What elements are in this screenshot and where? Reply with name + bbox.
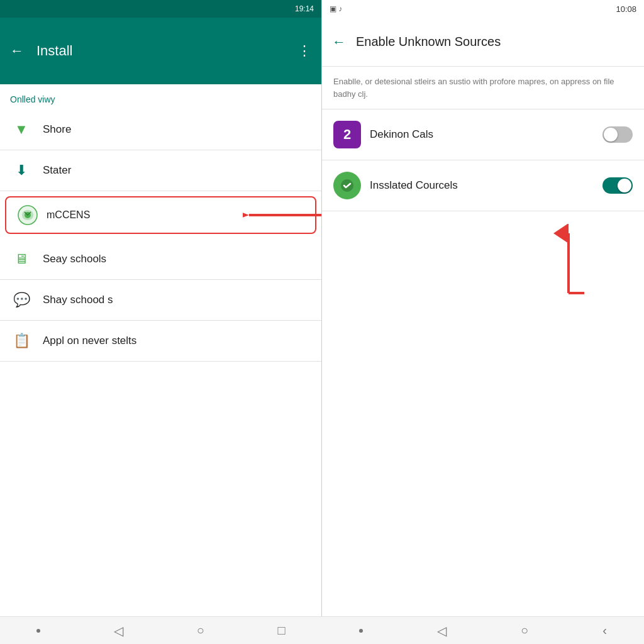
bottom-navigation: ◁ ○ □ ◁ ○ ‹ [0, 616, 644, 644]
right-nav-dot [359, 629, 363, 633]
right-page-title: Enable Unknown Sources [356, 35, 501, 49]
menu-item-appl-never[interactable]: 📋 Appl on never stelts [0, 321, 321, 362]
description-text: Enablle, or detesional stleirs an sustio… [322, 67, 644, 109]
left-back-button[interactable]: ← [10, 43, 24, 59]
right-time: 10:08 [616, 4, 636, 14]
left-nav-recents[interactable]: □ [278, 623, 286, 638]
left-status-bar: 19:14 [0, 0, 321, 18]
insslated-toggle-knob [618, 179, 631, 192]
menu-label-appl-never: Appl on never stelts [43, 335, 136, 347]
left-screen: 19:14 ← Install ⋮ Onlled viwy ▼ Shore ⬇ … [0, 0, 322, 616]
right-back-button[interactable]: ← [332, 34, 346, 50]
left-bottom-nav: ◁ ○ □ [0, 616, 322, 644]
insslated-app-name: Insslated Courcels [370, 179, 602, 192]
permission-item-insslated[interactable]: Insslated Courcels [322, 160, 644, 211]
menu-label-shore: Shore [43, 123, 71, 136]
right-status-icons-left: ▣ ♪ [330, 4, 342, 13]
left-page-title: Install [36, 43, 297, 59]
red-arrow-left [243, 203, 321, 228]
menu-label-stater: Stater [43, 164, 71, 177]
insslated-icon [333, 172, 361, 199]
insslated-toggle[interactable] [602, 177, 633, 194]
download-icon: ⬇ [10, 159, 33, 182]
monitor-icon: 🖥 [10, 248, 33, 270]
right-bottom-nav: ◁ ○ ‹ [322, 616, 644, 644]
dekinon-app-name: Dekinon Cals [370, 128, 602, 141]
red-arrow-up-container [322, 211, 644, 299]
left-toolbar: ← Install ⋮ [0, 18, 321, 84]
dekinon-toggle-knob [604, 128, 618, 142]
right-nav-home[interactable]: ○ [521, 623, 528, 638]
menu-item-shay-schood[interactable]: 💬 Shay schood s [0, 280, 321, 321]
doc-icon: 📋 [10, 330, 33, 352]
right-status-icons-right: 10:08 [616, 4, 636, 14]
left-nav-back[interactable]: ◁ [114, 623, 123, 638]
dekinon-toggle[interactable] [602, 126, 633, 143]
right-nav-back[interactable]: ◁ [437, 623, 447, 638]
insslated-icon-svg [340, 178, 355, 193]
right-screen: ▣ ♪ 10:08 ← Enable Unknown Sources Enabl… [322, 0, 644, 616]
left-nav-home[interactable]: ○ [197, 623, 204, 638]
left-nav-dot [36, 629, 40, 633]
mccens-logo-svg [18, 205, 38, 225]
menu-item-seay-schools[interactable]: 🖥 Seay schools [0, 239, 321, 280]
left-time: 19:14 [295, 4, 314, 13]
left-content: Onlled viwy ▼ Shore ⬇ Stater [0, 84, 321, 616]
right-toolbar: ← Enable Unknown Sources [322, 18, 644, 67]
filter-icon: ▼ [10, 118, 33, 141]
section-header: Onlled viwy [0, 84, 321, 109]
permission-item-dekinon[interactable]: 2 Dekinon Cals [322, 109, 644, 160]
menu-label-shay-schood: Shay schood s [43, 294, 113, 306]
right-content: Enablle, or detesional stleirs an sustio… [322, 67, 644, 616]
mccens-icon [16, 204, 39, 226]
red-arrow-up [543, 224, 594, 299]
menu-item-stater[interactable]: ⬇ Stater [0, 150, 321, 191]
right-status-bar: ▣ ♪ 10:08 [322, 0, 644, 18]
right-nav-back2[interactable]: ‹ [602, 623, 607, 638]
more-options-icon[interactable]: ⋮ [297, 43, 311, 59]
chat-icon: 💬 [10, 289, 33, 311]
menu-label-mccens: mCCENS [47, 209, 90, 221]
menu-item-shore[interactable]: ▼ Shore [0, 109, 321, 150]
dekinon-icon-number: 2 [343, 126, 351, 143]
menu-label-seay-schools: Seay schools [43, 253, 106, 265]
dekinon-icon: 2 [333, 121, 361, 148]
